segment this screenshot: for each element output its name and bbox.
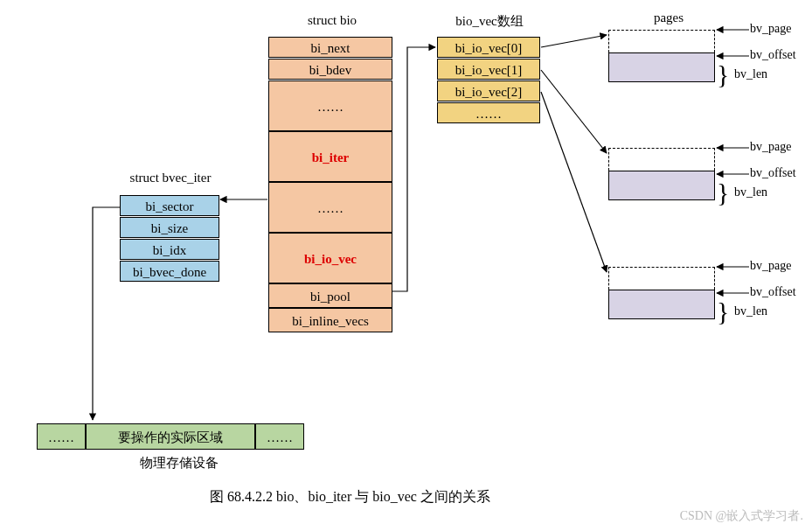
title-bio-vec-array: bio_vec数组 [446,13,533,30]
biovec-2: bi_io_vec[2] [437,80,540,101]
p2-bv-len: bv_len [734,185,767,199]
bvec-bi-idx: bi_idx [120,239,219,260]
p3-bv-len: bv_len [734,304,767,318]
title-struct-bio: struct bio [288,13,376,28]
biovec-ellipsis: …… [437,102,540,123]
storage-label: 物理存储设备 [127,455,232,472]
bvec-bi-sector: bi_sector [120,195,219,216]
bio-bi-io-vec: bi_io_vec [268,233,392,283]
bio-ellipsis1: …… [268,80,392,131]
bio-bi-inline-vecs: bi_inline_vecs [268,308,392,332]
biovec-0: bi_io_vec[0] [437,37,540,58]
storage-right: …… [255,423,304,450]
biovec-1: bi_io_vec[1] [437,59,540,80]
p1-bv-page: bv_page [750,22,791,36]
watermark: CSDN @嵌入式学习者. [680,508,803,524]
title-struct-bvec-iter: struct bvec_iter [114,171,227,185]
p3-bv-offset: bv_offset [750,285,796,299]
p2-bv-page: bv_page [750,140,791,154]
page-3 [608,267,715,319]
bio-bi-next: bi_next [268,37,392,58]
p2-bv-offset: bv_offset [750,166,796,180]
title-pages: pages [642,10,695,25]
bio-bi-iter: bi_iter [268,131,392,182]
page-1 [608,30,715,82]
p1-bv-len: bv_len [734,67,767,81]
bio-ellipsis2: …… [268,182,392,233]
svg-line-1 [541,35,607,47]
p1-brace: } [717,61,729,87]
p3-bv-page: bv_page [750,259,791,273]
svg-line-3 [541,92,607,272]
figure-caption: 图 68.4.2.2 bio、bio_iter 与 bio_vec 之间的关系 [210,488,490,507]
svg-line-2 [541,70,607,153]
storage-left: …… [37,423,86,450]
page-2 [608,148,715,200]
bio-bi-bdev: bi_bdev [268,59,392,80]
bio-bi-pool: bi_pool [268,283,392,308]
p1-bv-offset: bv_offset [750,48,796,62]
p3-brace: } [717,298,729,325]
storage-center: 要操作的实际区域 [86,423,255,450]
p2-brace: } [717,179,729,206]
bvec-bi-bvec-done: bi_bvec_done [120,261,219,282]
bvec-bi-size: bi_size [120,217,219,238]
